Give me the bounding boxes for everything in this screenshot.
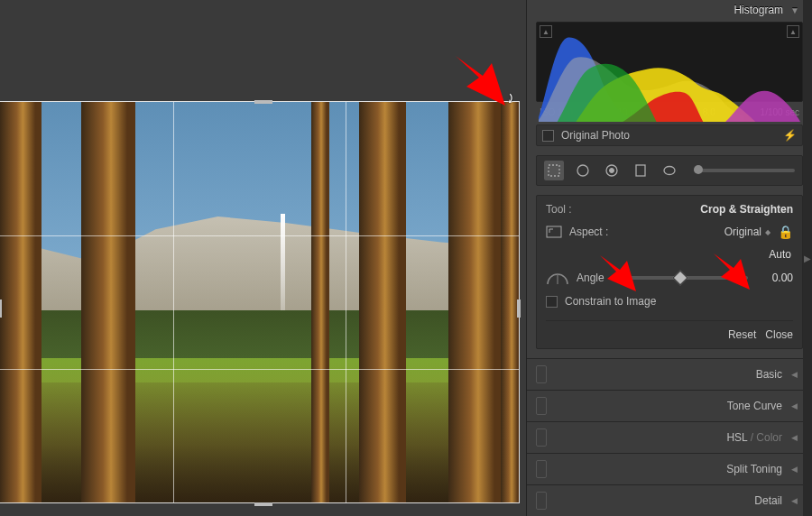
close-button[interactable]: Close <box>765 328 793 341</box>
chevron-left-icon: ◀ <box>791 496 798 505</box>
svg-marker-9 <box>600 255 636 291</box>
panel-label: Split Toning <box>726 463 782 475</box>
right-panel: Histogram ▼ ▲ ▲ ISO 100 10 mm ƒ / 8.0 1/… <box>526 0 812 516</box>
constrain-label: Constrain to Image <box>565 295 656 308</box>
panel-toggle-icon[interactable] <box>536 397 547 415</box>
panel-split-toning[interactable]: Split Toning◀ <box>527 453 812 484</box>
aspect-icon[interactable] <box>546 226 562 238</box>
chevron-left-icon: ◀ <box>791 370 798 379</box>
svg-point-6 <box>664 167 675 175</box>
panel-toggle-icon[interactable] <box>536 492 547 510</box>
auto-straighten-link[interactable]: Auto <box>769 248 791 261</box>
tool-label: Tool : <box>546 203 572 216</box>
panel-resize-handle[interactable]: ▶ <box>803 0 812 516</box>
panel-label: Tone Curve <box>727 400 782 412</box>
crop-handle-right[interactable] <box>517 299 521 318</box>
panel-basic[interactable]: Basic◀ <box>527 358 812 390</box>
original-label: Original Photo <box>561 129 630 142</box>
svg-rect-7 <box>547 226 561 237</box>
radial-filter-icon[interactable] <box>660 161 679 180</box>
chevron-left-icon: ◀ <box>791 433 798 442</box>
aspect-label: Aspect : <box>569 226 608 238</box>
panel-toggle-icon[interactable] <box>536 365 547 383</box>
svg-rect-5 <box>636 165 645 176</box>
crop-handle-bottom[interactable] <box>254 502 272 506</box>
crop-handle-left[interactable] <box>0 299 2 318</box>
panel-toggle-icon[interactable] <box>536 428 547 447</box>
svg-point-2 <box>577 165 588 176</box>
flash-icon: ⚡ <box>783 129 797 142</box>
chevron-left-icon: ◀ <box>791 465 798 474</box>
svg-point-4 <box>610 169 614 173</box>
original-photo-row[interactable]: Original Photo ⚡ <box>536 124 803 146</box>
crop-handle-top[interactable] <box>254 100 272 104</box>
constrain-checkbox[interactable] <box>546 296 558 308</box>
angle-value[interactable]: 0.00 <box>755 272 793 284</box>
popup-caret-icon: ◆ <box>765 228 770 236</box>
histogram-chart[interactable]: ▲ ▲ <box>536 22 803 102</box>
panel-hsl[interactable]: HSL / Color◀ <box>527 421 812 453</box>
svg-marker-0 <box>456 56 505 106</box>
collapse-icon: ▼ <box>790 5 799 15</box>
spot-removal-icon[interactable] <box>573 161 593 180</box>
redeye-icon[interactable] <box>602 161 622 180</box>
panel-tone-curve[interactable]: Tone Curve◀ <box>527 390 812 421</box>
chevron-left-icon: ◀ <box>791 401 798 410</box>
reset-button[interactable]: Reset <box>728 328 756 341</box>
panel-label: Basic <box>756 368 782 381</box>
histogram-title: Histogram <box>734 4 783 16</box>
rotate-cursor-icon: ⤸ <box>505 91 516 106</box>
crop-straighten-panel: Tool : Crop & Straighten Aspect : Origin… <box>536 195 803 349</box>
aspect-value: Original <box>724 226 761 238</box>
histogram-header[interactable]: Histogram ▼ <box>527 0 812 22</box>
panel-label: Detail <box>754 494 782 507</box>
svg-rect-1 <box>549 165 559 176</box>
panel-toggle-icon[interactable] <box>536 460 547 478</box>
image-canvas[interactable]: ⤸ <box>0 0 526 516</box>
angle-dial-icon[interactable] <box>546 270 569 286</box>
tool-strip <box>536 155 803 186</box>
crop-overlay[interactable] <box>0 102 519 502</box>
grad-filter-icon[interactable] <box>631 161 651 180</box>
panel-detail[interactable]: Detail◀ <box>527 484 812 516</box>
panel-label: HSL / Color <box>726 431 782 444</box>
aspect-popup[interactable]: Original ◆ <box>724 226 770 238</box>
svg-marker-10 <box>714 253 750 290</box>
lock-icon[interactable]: 🔒 <box>778 225 793 239</box>
tool-name: Crop & Straighten <box>700 203 793 216</box>
brush-size-slider[interactable] <box>694 169 795 172</box>
crop-tool-icon[interactable] <box>544 161 564 180</box>
original-checkbox[interactable] <box>542 130 554 142</box>
